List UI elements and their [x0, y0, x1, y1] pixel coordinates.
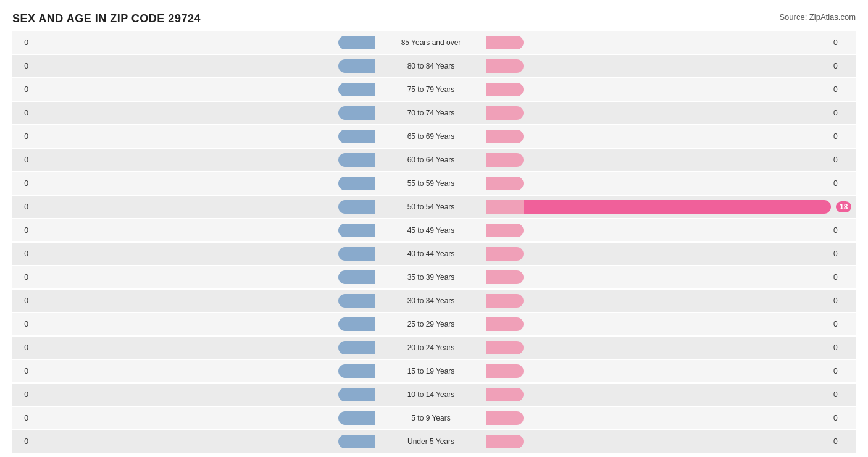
right-value: 0 [831, 132, 856, 141]
female-bar [486, 341, 524, 354]
female-bar [486, 364, 524, 378]
age-label: 10 to 14 Years [375, 390, 486, 399]
age-label: 5 to 9 Years [375, 414, 486, 422]
left-value: 0 [12, 179, 31, 188]
bar-row: 085 Years and over0 [12, 31, 856, 54]
right-bar-area [486, 196, 831, 218]
right-value: 0 [831, 226, 856, 235]
female-bar [486, 411, 524, 425]
female-bar [486, 83, 524, 96]
right-value: 0 [831, 367, 856, 375]
bars-center: 80 to 84 Years [31, 55, 831, 77]
right-value: 0 [831, 320, 856, 329]
age-label: 65 to 69 Years [375, 132, 486, 141]
male-bar [338, 36, 375, 49]
male-bar [338, 270, 375, 284]
right-bar-area [486, 337, 831, 359]
bars-center: 55 to 59 Years [31, 172, 831, 195]
right-bar-area [486, 384, 831, 406]
male-bar [338, 411, 375, 425]
left-bar-area [31, 31, 375, 54]
age-label: 25 to 29 Years [375, 320, 486, 329]
bar-row: 065 to 69 Years0 [12, 125, 856, 148]
bars-center: 85 Years and over [31, 31, 831, 54]
right-value: 0 [831, 390, 856, 399]
right-value: 0 [831, 249, 856, 258]
left-value: 0 [12, 226, 31, 235]
right-value: 0 [831, 85, 856, 94]
title-row: SEX AND AGE IN ZIP CODE 29724 Source: Zi… [12, 12, 856, 25]
right-bar-area [486, 102, 831, 124]
right-bar-area [486, 407, 831, 429]
female-bar [486, 106, 524, 120]
right-bar-area [486, 360, 831, 382]
bars-center: 20 to 24 Years [31, 337, 831, 359]
right-bar-area [486, 55, 831, 77]
left-value: 0 [12, 437, 31, 446]
right-value: 0 [831, 273, 856, 282]
right-value: 0 [831, 343, 856, 352]
male-bar [338, 224, 375, 237]
female-bar [486, 317, 524, 331]
right-bar-area [486, 78, 831, 101]
bar-row: 060 to 64 Years0 [12, 149, 856, 171]
bar-row: 050 to 54 Years18 [12, 196, 856, 218]
left-value: 0 [12, 62, 31, 70]
female-bar [486, 59, 524, 73]
left-bar-area [31, 55, 375, 77]
bar-row: 020 to 24 Years0 [12, 337, 856, 359]
bar-row: 080 to 84 Years0 [12, 55, 856, 77]
male-bar [338, 177, 375, 190]
chart-area: 085 Years and over0080 to 84 Years0075 t… [12, 31, 856, 453]
left-bar-area [31, 430, 375, 453]
male-bar [338, 294, 375, 308]
left-bar-area [31, 125, 375, 148]
age-label: 20 to 24 Years [375, 343, 486, 352]
right-bar-area [486, 313, 831, 335]
right-value: 0 [831, 109, 856, 117]
bars-center: 15 to 19 Years [31, 360, 831, 382]
bar-row: 025 to 29 Years0 [12, 313, 856, 335]
bars-center: 5 to 9 Years [31, 407, 831, 429]
chart-container: SEX AND AGE IN ZIP CODE 29724 Source: Zi… [0, 0, 868, 457]
left-value: 0 [12, 296, 31, 305]
age-label: 75 to 79 Years [375, 85, 486, 94]
female-bar [486, 247, 524, 261]
bar-row: 040 to 44 Years0 [12, 243, 856, 265]
female-bar [486, 435, 524, 448]
left-value: 0 [12, 367, 31, 375]
left-bar-area [31, 196, 375, 218]
left-bar-area [31, 407, 375, 429]
right-value: 0 [831, 179, 856, 188]
left-bar-area [31, 172, 375, 195]
left-value: 0 [12, 320, 31, 329]
female-bar [486, 294, 524, 308]
male-bar [338, 435, 375, 448]
chart-title: SEX AND AGE IN ZIP CODE 29724 [12, 12, 201, 25]
right-value: 0 [831, 437, 856, 446]
female-bar [486, 130, 524, 143]
right-value: 0 [831, 296, 856, 305]
bars-center: 70 to 74 Years [31, 102, 831, 124]
right-bar-area [486, 149, 831, 171]
bars-center: 65 to 69 Years [31, 125, 831, 148]
right-bar-area [486, 243, 831, 265]
age-label: 60 to 64 Years [375, 156, 486, 164]
left-bar-area [31, 78, 375, 101]
female-bar [486, 153, 524, 167]
male-bar [338, 106, 375, 120]
left-value: 0 [12, 109, 31, 117]
left-value: 0 [12, 273, 31, 282]
bar-row: 070 to 74 Years0 [12, 102, 856, 124]
bars-center: 40 to 44 Years [31, 243, 831, 265]
bars-center: 10 to 14 Years [31, 384, 831, 406]
left-value: 0 [12, 156, 31, 164]
right-value: 0 [831, 156, 856, 164]
right-bar-area [486, 290, 831, 312]
bar-row: 010 to 14 Years0 [12, 384, 856, 406]
left-value: 0 [12, 38, 31, 47]
left-bar-area [31, 360, 375, 382]
bar-row: 030 to 34 Years0 [12, 290, 856, 312]
age-label: 70 to 74 Years [375, 109, 486, 117]
right-bar-area [486, 266, 831, 288]
